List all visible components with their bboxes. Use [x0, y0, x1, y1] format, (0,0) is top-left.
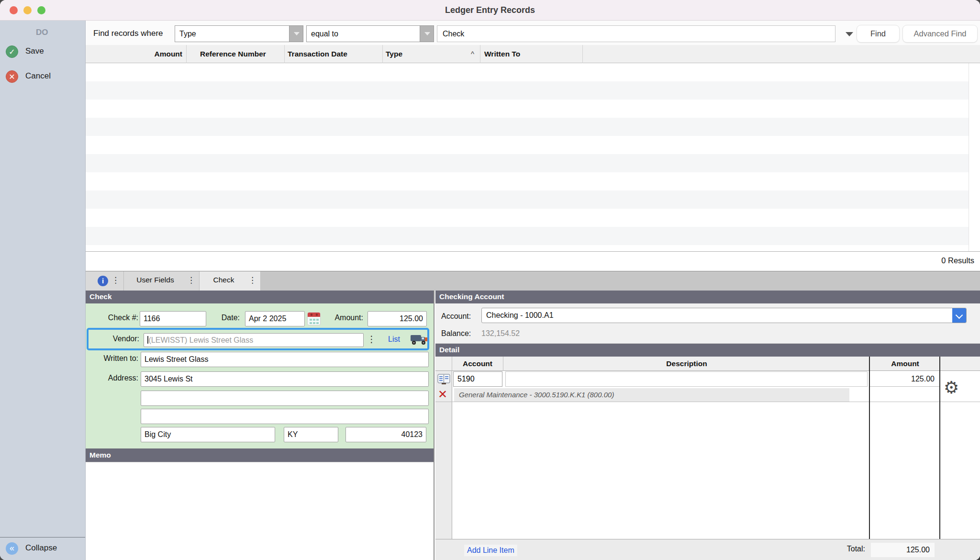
state-input[interactable]: KY — [284, 427, 338, 442]
column-header-written-to[interactable]: Written To — [480, 45, 583, 63]
detail-column-description[interactable]: Description — [503, 357, 870, 371]
detail-section-header: Detail — [435, 344, 980, 357]
column-header-type[interactable]: Type ^ — [383, 45, 480, 63]
saved-finds-caret-icon[interactable] — [846, 32, 853, 36]
date-label: Date: — [215, 314, 240, 322]
gear-column-divider — [939, 357, 940, 560]
total-label: Total: — [799, 545, 865, 553]
find-field-dropdown[interactable]: Type — [175, 25, 303, 42]
column-header-transaction-date[interactable]: Transaction Date — [285, 45, 383, 63]
results-scrollbar-track[interactable] — [969, 63, 980, 251]
vendor-placeholder: (LEWISST) Lewis Street Glass — [149, 336, 254, 344]
account-label: Account: — [441, 312, 471, 321]
dropdown-chevron-icon[interactable] — [420, 26, 434, 42]
check-form: Check #: 1166 Date: Apr 2 2025 Amount: 1… — [86, 303, 434, 448]
detail-icon-column-header — [435, 357, 452, 371]
detail-header-row: Account Description Amount — [435, 357, 980, 371]
find-operator-dropdown[interactable]: equal to — [306, 25, 434, 42]
written-to-input[interactable]: Lewis Street Glass — [141, 352, 429, 367]
detail-panels: Check Check #: 1166 Date: Apr 2 2025 Amo… — [86, 291, 980, 560]
calendar-icon[interactable] — [307, 312, 321, 325]
line-item-account-input[interactable]: 5190 — [453, 371, 502, 387]
line-item-settings-gear-icon[interactable]: ⚙ — [944, 378, 959, 397]
column-header-amount[interactable]: Amount — [86, 45, 187, 63]
tab-check-active[interactable]: Check ⋮ — [200, 271, 261, 291]
column-header-type-label: Type — [386, 50, 402, 58]
balance-value: 132,154.52 — [481, 329, 520, 338]
find-operator-dropdown-value: equal to — [311, 30, 338, 38]
address-line2-input[interactable] — [141, 391, 429, 406]
memo-section-header: Memo — [86, 448, 434, 462]
city-input[interactable]: Big City — [141, 427, 275, 442]
find-value-input[interactable]: Check — [437, 25, 835, 42]
amount-column-divider — [869, 357, 870, 560]
collapse-label: Collapse — [25, 543, 57, 553]
account-dropdown-chevron-icon[interactable] — [952, 308, 966, 323]
cancel-x-icon: ✕ — [6, 70, 18, 83]
tab-bar: i ⋮ User Fields ⋮ Check ⋮ — [86, 271, 980, 291]
delete-line-item-icon[interactable]: ✕ — [438, 388, 447, 401]
vendor-input[interactable]: (LEWISST) Lewis Street Glass — [144, 333, 364, 347]
tab-user-fields-label: User Fields — [124, 276, 187, 284]
tab-check-label: Check — [200, 276, 248, 284]
checking-account-section-header: Checking Account — [435, 291, 980, 303]
tab-user-fields[interactable]: User Fields ⋮ — [124, 271, 200, 291]
cancel-button[interactable]: ✕ Cancel — [0, 70, 86, 83]
check-number-input[interactable]: 1166 — [140, 311, 206, 326]
results-header-row: Amount Reference Number Transaction Date… — [86, 45, 980, 63]
find-toolbar: Find records where Type equal to Check F… — [86, 21, 980, 45]
sort-ascending-icon[interactable]: ^ — [471, 45, 474, 63]
advanced-find-button[interactable]: Advanced Find — [902, 25, 978, 43]
zip-input[interactable]: 40123 — [345, 427, 426, 442]
total-value: 125.00 — [871, 543, 935, 557]
check-section-header: Check — [86, 291, 434, 303]
find-button[interactable]: Find — [857, 25, 900, 43]
main-area: Find records where Type equal to Check F… — [86, 21, 980, 560]
collapse-sidebar-button[interactable]: « Collapse — [0, 542, 86, 555]
tab-overflow-dots-icon[interactable]: ⋮ — [187, 275, 195, 285]
tab-overflow-dots-icon[interactable]: ⋮ — [248, 275, 256, 285]
detail-line-item-row: 5190 125.00 — [435, 372, 980, 387]
cancel-label: Cancel — [25, 71, 51, 81]
results-count-bar: 0 Results — [86, 251, 980, 271]
vendor-options-dots-icon[interactable]: ⋮ — [367, 334, 376, 345]
detail-column-amount[interactable]: Amount — [870, 357, 940, 371]
detail-column-account[interactable]: Account — [452, 357, 503, 371]
save-check-icon: ✓ — [6, 45, 18, 58]
check-number-label: Check #: — [86, 314, 138, 322]
add-line-item-link[interactable]: Add Line Item — [464, 545, 517, 556]
vendor-label: Vendor: — [88, 335, 139, 343]
vendor-list-link[interactable]: List — [388, 335, 400, 344]
account-area: Account: Checking - 1000.A1 Balance: 132… — [435, 303, 980, 344]
ledger-book-icon[interactable] — [437, 373, 450, 387]
amount-input[interactable]: 125.00 — [368, 311, 427, 326]
sidebar-divider — [0, 537, 85, 538]
results-count: 0 Results — [941, 256, 974, 265]
sidebar-group-label: DO — [36, 28, 48, 37]
detail-table: Account Description Amount — [435, 357, 980, 560]
save-button[interactable]: ✓ Save — [0, 45, 86, 58]
tab-overflow-dots-icon[interactable]: ⋮ — [111, 275, 120, 285]
address-line3-input[interactable] — [141, 409, 429, 424]
written-to-label: Written to: — [86, 354, 138, 363]
vendor-focus-highlight: Vendor: (LEWISST) Lewis Street Glass ⋮ L… — [87, 328, 429, 350]
line-item-amount-value[interactable]: 125.00 — [870, 371, 939, 387]
detail-footer: Add Line Item Total: 125.00 — [435, 539, 980, 560]
results-table-body[interactable] — [86, 63, 980, 251]
dropdown-chevron-icon[interactable] — [289, 26, 303, 42]
text-cursor — [147, 336, 148, 344]
tab-info[interactable]: i ⋮ — [86, 271, 124, 291]
memo-textarea[interactable] — [86, 462, 434, 560]
find-field-dropdown-value: Type — [179, 30, 196, 38]
balance-label: Balance: — [441, 329, 471, 338]
line-item-description-input[interactable] — [505, 371, 868, 387]
app-window: Ledger Entry Records DO ✓ Save ✕ Cancel … — [0, 0, 980, 560]
date-input[interactable]: Apr 2 2025 — [245, 311, 305, 326]
column-header-reference-number[interactable]: Reference Number — [187, 45, 285, 63]
account-select[interactable]: Checking - 1000.A1 — [481, 308, 967, 323]
account-note-text: General Maintenance - 3000.5190.K.K1 (80… — [454, 388, 849, 402]
vendor-truck-icon[interactable] — [410, 334, 428, 348]
address-line1-input[interactable]: 3045 Lewis St — [141, 371, 429, 387]
check-panel: Check Check #: 1166 Date: Apr 2 2025 Amo… — [86, 291, 434, 560]
sidebar: DO ✓ Save ✕ Cancel « Collapse — [0, 21, 86, 560]
